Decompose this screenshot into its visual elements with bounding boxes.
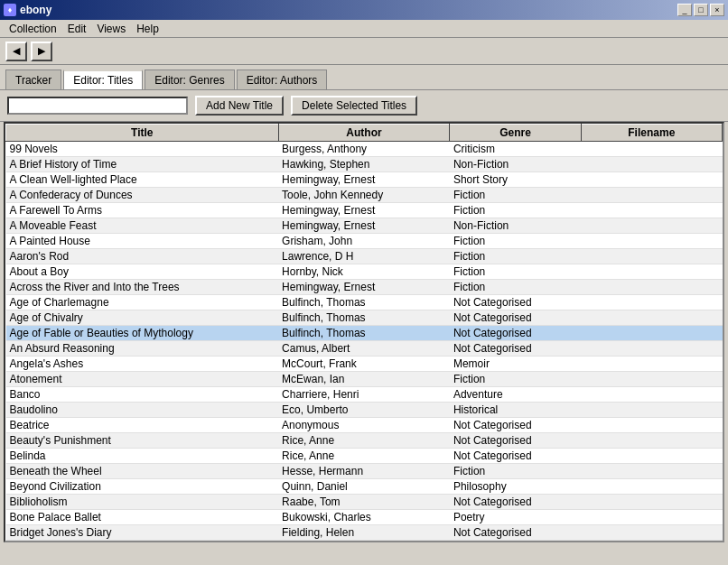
cell-title: Biblioholism (6, 495, 279, 510)
cell-title: Beneath the Wheel (6, 464, 279, 479)
table-row[interactable]: BiblioholismRaabe, TomNot Categorised (6, 495, 723, 510)
col-header-genre[interactable]: Genre (450, 125, 581, 142)
table-row[interactable]: Beneath the WheelHesse, HermannFiction (6, 464, 723, 479)
tab-tracker[interactable]: Tracker (5, 69, 61, 89)
cell-genre: Historical (450, 403, 581, 418)
table-row[interactable]: Age of ChivalryBulfinch, ThomasNot Categ… (6, 310, 723, 326)
cell-filename (581, 310, 722, 326)
table-row[interactable]: 99 NovelsBurgess, AnthonyCriticism (6, 142, 723, 157)
action-bar: Add New Title Delete Selected Titles (0, 90, 728, 122)
cell-filename (581, 172, 722, 188)
tab-editor-titles[interactable]: Editor: Titles (63, 69, 143, 89)
menu-edit[interactable]: Edit (62, 21, 92, 37)
menu-collection[interactable]: Collection (4, 21, 62, 37)
table-row[interactable]: Bridget Jones's DiaryFielding, HelenNot … (6, 525, 723, 541)
table-row[interactable]: Bulfinche's Mythology, the Age of Fables… (6, 541, 723, 543)
table-row[interactable]: An Absurd ReasoningCamus, AlbertNot Cate… (6, 341, 723, 357)
table-row[interactable]: Across the River and Into the TreesHemin… (6, 280, 723, 295)
table-row[interactable]: Angela's AshesMcCourt, FrankMemoir (6, 357, 723, 372)
cell-title: Beyond Civilization (6, 479, 279, 495)
cell-genre: Short Story (450, 172, 581, 188)
cell-title: Atonement (6, 372, 279, 387)
cell-filename (581, 510, 722, 525)
toolbar: ◀ ▶ (0, 38, 728, 65)
col-header-title[interactable]: Title (6, 125, 279, 142)
menu-views[interactable]: Views (91, 21, 131, 37)
table-row[interactable]: BeatriceAnonymousNot Categorised (6, 418, 723, 433)
table-row[interactable]: BancoCharriere, HenriAdventure (6, 387, 723, 403)
cell-filename (581, 188, 722, 203)
cell-filename (581, 449, 722, 464)
table-row[interactable]: BelindaRice, AnneNot Categorised (6, 449, 723, 464)
table-row[interactable]: Age of Fable or Beauties of MythologyBul… (6, 326, 723, 341)
cell-filename (581, 495, 722, 510)
cell-filename (581, 326, 722, 341)
table-row[interactable]: A Farewell To ArmsHemingway, ErnestFicti… (6, 203, 723, 218)
search-input[interactable] (7, 97, 188, 115)
tab-editor-authors[interactable]: Editor: Authors (237, 69, 328, 89)
cell-genre: Fiction (450, 372, 581, 387)
minimize-button[interactable]: _ (677, 4, 692, 16)
cell-title: Across the River and Into the Trees (6, 280, 279, 295)
cell-author: Burgess, Anthony (278, 142, 450, 157)
cell-filename (581, 433, 722, 449)
cell-filename (581, 357, 722, 372)
delete-titles-button[interactable]: Delete Selected Titles (291, 96, 417, 116)
table-row[interactable]: A Brief History of TimeHawking, StephenN… (6, 157, 723, 172)
cell-title: 99 Novels (6, 142, 279, 157)
table-row[interactable]: Bone Palace BalletBukowski, CharlesPoetr… (6, 510, 723, 525)
menu-help[interactable]: Help (131, 21, 164, 37)
col-header-author[interactable]: Author (278, 125, 450, 142)
cell-filename (581, 387, 722, 403)
table-row[interactable]: A Moveable FeastHemingway, ErnestNon-Fic… (6, 218, 723, 234)
cell-genre: Not Categorised (450, 326, 581, 341)
cell-genre: Criticism (450, 142, 581, 157)
table-row[interactable]: Age of CharlemagneBulfinch, ThomasNot Ca… (6, 295, 723, 310)
cell-filename (581, 249, 722, 264)
cell-author: McCourt, Frank (278, 357, 450, 372)
cell-author: Hesse, Hermann (278, 464, 450, 479)
cell-filename (581, 464, 722, 479)
cell-filename (581, 280, 722, 295)
close-button[interactable]: × (710, 4, 724, 16)
cell-author: Hemingway, Ernest (278, 172, 450, 188)
table-row[interactable]: AtonementMcEwan, IanFiction (6, 372, 723, 387)
cell-title: Age of Fable or Beauties of Mythology (6, 326, 279, 341)
table-row[interactable]: Beauty's PunishmentRice, AnneNot Categor… (6, 433, 723, 449)
cell-title: Beatrice (6, 418, 279, 433)
back-button[interactable]: ◀ (5, 42, 27, 61)
tab-editor-genres[interactable]: Editor: Genres (145, 69, 234, 89)
table-row[interactable]: A Painted HouseGrisham, JohnFiction (6, 234, 723, 249)
cell-genre: Non-Fiction (450, 218, 581, 234)
cell-genre: Fiction (450, 234, 581, 249)
table-row[interactable]: A Confederacy of DuncesToole, John Kenne… (6, 188, 723, 203)
cell-title: A Confederacy of Dunces (6, 188, 279, 203)
cell-author: Quinn, Daniel (278, 479, 450, 495)
cell-genre: Fiction (450, 280, 581, 295)
cell-filename (581, 264, 722, 280)
cell-filename (581, 403, 722, 418)
table-row[interactable]: A Clean Well-lighted PlaceHemingway, Ern… (6, 172, 723, 188)
table-row[interactable]: BaudolinoEco, UmbertoHistorical (6, 403, 723, 418)
cell-genre: Fiction (450, 249, 581, 264)
cell-title: Baudolino (6, 403, 279, 418)
forward-button[interactable]: ▶ (31, 42, 52, 61)
col-header-filename[interactable]: Filename (581, 125, 722, 142)
cell-filename (581, 295, 722, 310)
cell-author: Bulfinch, Thomas (278, 295, 450, 310)
table-row[interactable]: Aaron's RodLawrence, D HFiction (6, 249, 723, 264)
app-title: ebony (20, 4, 51, 16)
cell-title: Banco (6, 387, 279, 403)
window-controls: _ □ × (677, 4, 724, 16)
cell-filename (581, 479, 722, 495)
titles-table: Title Author Genre Filename 99 NovelsBur… (5, 124, 723, 542)
titles-table-container[interactable]: Title Author Genre Filename 99 NovelsBur… (4, 122, 724, 542)
cell-filename (581, 234, 722, 249)
tabs-bar: Tracker Editor: Titles Editor: Genres Ed… (0, 65, 728, 90)
cell-genre: Fiction (450, 188, 581, 203)
add-title-button[interactable]: Add New Title (195, 96, 284, 116)
cell-title: Angela's Ashes (6, 357, 279, 372)
maximize-button[interactable]: □ (694, 4, 708, 16)
table-row[interactable]: Beyond CivilizationQuinn, DanielPhilosop… (6, 479, 723, 495)
table-row[interactable]: About a BoyHornby, NickFiction (6, 264, 723, 280)
